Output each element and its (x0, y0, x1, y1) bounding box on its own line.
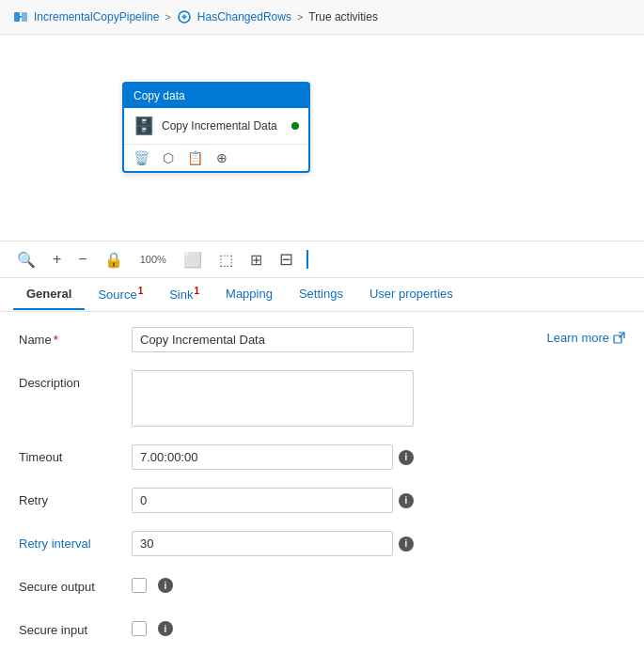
timeout-row: Timeout i (19, 444, 625, 473)
toolbar-active-indicator (306, 250, 308, 269)
grid-btn[interactable]: ⊟ (275, 247, 297, 272)
retry-interval-input-group: i (132, 531, 414, 556)
tab-user-properties[interactable]: User properties (356, 279, 466, 310)
card-actions: 🗑️ ⬡ 📋 ⊕ (124, 145, 308, 171)
copy-action-icon[interactable]: ⬡ (163, 150, 174, 165)
retry-control: i (132, 488, 414, 513)
card-body: 🗄️ Copy Incremental Data (124, 108, 308, 145)
svg-rect-0 (14, 12, 20, 22)
name-label: Name* (19, 327, 132, 347)
description-input[interactable] (132, 370, 414, 427)
fit-btn[interactable]: ⬜ (180, 249, 206, 271)
clone-icon[interactable]: 📋 (187, 150, 203, 165)
card-header: Copy data (124, 84, 308, 108)
timeout-label: Timeout (19, 444, 132, 464)
canvas-area: Copy data 🗄️ Copy Incremental Data 🗑️ ⬡ … (0, 35, 644, 241)
tab-mapping[interactable]: Mapping (212, 279, 286, 310)
breadcrumb-pipeline[interactable]: IncrementalCopyPipeline (34, 10, 159, 23)
secure-output-control: i (132, 574, 414, 593)
learn-more-link[interactable]: Learn more (547, 327, 625, 345)
tabs-bar: General Source1 Sink1 Mapping Settings U… (0, 278, 644, 312)
toolbar: 🔍 + − 🔒 100% ⬜ ⬚ ⊞ ⊟ (0, 241, 644, 278)
timeout-info-icon[interactable]: i (399, 450, 414, 465)
activity-name: Copy Incremental Data (162, 119, 284, 132)
select-btn[interactable]: ⬚ (215, 249, 237, 271)
secure-output-row: Secure output i (19, 574, 625, 602)
source-badge: 1 (138, 286, 144, 296)
secure-input-info-icon[interactable]: i (158, 621, 173, 636)
zoom-out-btn[interactable]: − (74, 249, 90, 270)
retry-interval-info-icon[interactable]: i (399, 537, 414, 552)
properties-panel: Name* Learn more Description Timeout i (0, 312, 644, 669)
required-star: * (54, 333, 58, 347)
secure-output-label: Secure output (19, 574, 132, 594)
description-label: Description (19, 370, 132, 390)
breadcrumb: IncrementalCopyPipeline > HasChangedRows… (0, 0, 644, 35)
retry-label: Retry (19, 488, 132, 507)
secure-output-checkbox-group: i (132, 574, 414, 593)
zoom-level-btn[interactable]: 100% (136, 252, 170, 267)
secure-input-row: Secure input i (19, 617, 625, 646)
search-btn[interactable]: 🔍 (13, 249, 39, 271)
retry-info-icon[interactable]: i (399, 493, 414, 508)
breadcrumb-sep-1: > (165, 11, 170, 23)
zoom-in-btn[interactable]: + (49, 249, 65, 270)
secure-output-info-icon[interactable]: i (158, 578, 173, 593)
breadcrumb-activity[interactable]: HasChangedRows (197, 10, 291, 23)
sink-badge: 1 (194, 286, 199, 296)
timeout-input[interactable] (132, 444, 393, 470)
add-activity-icon[interactable]: ⊕ (216, 150, 228, 165)
name-row: Name* Learn more (19, 327, 625, 355)
status-dot (291, 122, 299, 130)
pipeline-icon (13, 9, 28, 24)
secure-input-control: i (132, 617, 414, 636)
retry-interval-label: Retry interval (19, 531, 132, 551)
timeout-control: i (132, 444, 414, 470)
secure-output-checkbox[interactable] (132, 578, 147, 593)
retry-interval-row: Retry interval i (19, 531, 625, 559)
lock-btn[interactable]: 🔒 (101, 249, 127, 271)
description-control (132, 370, 414, 429)
activity-icon (177, 9, 192, 24)
external-link-icon (613, 332, 625, 344)
activity-card[interactable]: Copy data 🗄️ Copy Incremental Data 🗑️ ⬡ … (122, 82, 310, 173)
tab-settings[interactable]: Settings (286, 279, 356, 310)
retry-interval-input[interactable] (132, 531, 393, 556)
layout-btn[interactable]: ⊞ (246, 249, 266, 271)
retry-input-group: i (132, 488, 414, 513)
description-row: Description (19, 370, 625, 429)
secure-input-checkbox-group: i (132, 617, 414, 636)
retry-row: Retry i (19, 488, 625, 516)
tab-source[interactable]: Source1 (85, 278, 156, 311)
secure-input-label: Secure input (19, 617, 132, 637)
tab-sink[interactable]: Sink1 (156, 278, 212, 311)
timeout-input-group: i (132, 444, 414, 470)
retry-input[interactable] (132, 488, 393, 513)
retry-interval-control: i (132, 531, 414, 556)
copy-icon: 🗄️ (134, 116, 154, 136)
name-input[interactable] (132, 327, 414, 352)
breadcrumb-section: True activities (308, 10, 378, 23)
svg-rect-1 (22, 12, 27, 22)
tab-general[interactable]: General (13, 279, 85, 310)
breadcrumb-sep-2: > (297, 11, 303, 23)
name-control (132, 327, 414, 352)
secure-input-checkbox[interactable] (132, 621, 147, 636)
delete-icon[interactable]: 🗑️ (134, 150, 149, 165)
